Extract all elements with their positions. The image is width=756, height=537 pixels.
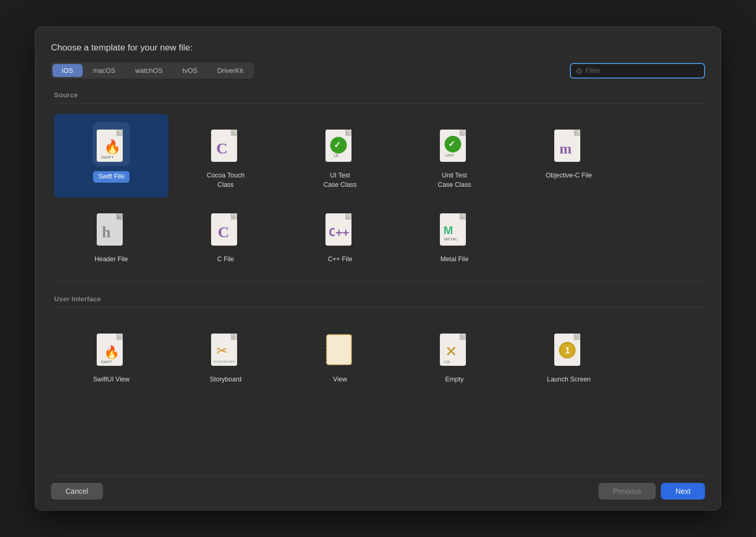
svg-text:M: M [444, 224, 453, 237]
item-ui-test-case-class[interactable]: ✓ UI UI TestCase Class [283, 114, 397, 198]
item-swift-file[interactable]: 🔥 SWIFT Swift File [54, 114, 168, 198]
tab-bar: iOS macOS watchOS tvOS DriverKit [51, 62, 254, 79]
item-c-file[interactable]: C C File [168, 198, 283, 273]
header-file-label: Header File [95, 255, 128, 264]
metal-file-icon: M METAL [436, 206, 473, 250]
svg-text:STORYBOARD: STORYBOARD [213, 360, 235, 363]
filter-box: ⊙ [570, 63, 705, 79]
next-button[interactable]: Next [661, 483, 705, 500]
source-section-header: Source [51, 86, 705, 104]
cancel-button[interactable]: Cancel [51, 483, 103, 500]
tab-tvos[interactable]: tvOS [173, 64, 207, 77]
filter-input[interactable] [585, 67, 699, 74]
swiftui-view-label: SwiftUI View [93, 375, 129, 385]
svg-text:C++: C++ [329, 226, 349, 239]
swift-file-icon: 🔥 SWIFT [93, 122, 130, 166]
cpp-file-label: C++ File [328, 255, 352, 264]
svg-text:h: h [102, 223, 111, 240]
objective-c-label: Objective-C File [546, 171, 592, 181]
svg-text:m: m [559, 140, 571, 157]
svg-text:✓: ✓ [334, 140, 341, 149]
cocoa-touch-class-label: Cocoa TouchClass [207, 171, 245, 189]
view-icon [321, 326, 359, 370]
storyboard-label: Storyboard [210, 375, 241, 385]
item-launch-screen[interactable]: 1 Launch Screen [512, 318, 626, 393]
tab-ios[interactable]: iOS [53, 64, 83, 77]
svg-text:C: C [216, 139, 228, 157]
svg-text:UNIT: UNIT [445, 153, 455, 158]
footer: Cancel Previous Next [51, 475, 705, 500]
previous-button[interactable]: Previous [598, 483, 656, 500]
svg-text:UI: UI [334, 153, 338, 158]
item-cpp-file[interactable]: C++ C++ File [283, 198, 397, 273]
c-file-icon: C [207, 206, 244, 250]
item-cocoa-touch-class[interactable]: C Cocoa TouchClass [168, 114, 283, 198]
ui-test-label: UI TestCase Class [323, 171, 357, 189]
svg-text:SWIFT: SWIFT [101, 360, 112, 364]
empty-label: Empty [445, 375, 463, 385]
user-interface-section-header: User Interface [51, 290, 705, 308]
svg-text:✕: ✕ [445, 343, 457, 360]
user-interface-items-grid: 🔥 SWIFT SwiftUI View ✂ STORYBOARD [51, 313, 705, 398]
item-unit-test-case-class[interactable]: ✓ UNIT Unit TestCase Class [397, 114, 512, 198]
launch-screen-label: Launch Screen [547, 375, 591, 385]
item-storyboard[interactable]: ✂ STORYBOARD Storyboard [168, 318, 283, 393]
unit-test-label: Unit TestCase Class [438, 171, 471, 189]
filter-icon: ⊙ [576, 67, 582, 75]
item-swiftui-view[interactable]: 🔥 SWIFT SwiftUI View [54, 318, 168, 393]
objective-c-icon: m [550, 122, 588, 166]
svg-text:1: 1 [565, 346, 570, 355]
header-file-icon: h [93, 206, 130, 250]
item-objective-c-file[interactable]: m Objective-C File [512, 114, 626, 198]
storyboard-icon: ✂ STORYBOARD [207, 326, 244, 370]
svg-text:🔥: 🔥 [104, 344, 120, 360]
svg-text:XIB: XIB [444, 360, 450, 364]
section-separator [51, 281, 705, 282]
view-label: View [333, 375, 347, 385]
svg-text:✓: ✓ [448, 139, 455, 148]
cocoa-touch-class-icon: C [207, 122, 244, 166]
new-file-dialog: Choose a template for your new file: iOS… [35, 27, 721, 510]
cpp-file-icon: C++ [321, 206, 359, 250]
item-metal-file[interactable]: M METAL Metal File [397, 198, 512, 273]
svg-text:METAL: METAL [444, 237, 458, 241]
svg-text:✂: ✂ [216, 343, 228, 359]
c-file-label: C File [217, 255, 234, 264]
unit-test-icon: ✓ UNIT [436, 122, 473, 166]
content-area: Source 🔥 SWIFT Swift File [51, 86, 705, 472]
tab-driverkit[interactable]: DriverKit [208, 64, 253, 77]
item-header-file[interactable]: h Header File [54, 198, 168, 273]
top-bar: iOS macOS watchOS tvOS DriverKit ⊙ [51, 62, 705, 79]
swift-file-label: Swift File [93, 171, 130, 183]
launch-screen-icon: 1 [550, 326, 588, 370]
metal-file-label: Metal File [440, 255, 468, 264]
empty-icon: ✕ XIB [436, 326, 473, 370]
svg-text:SWIFT: SWIFT [101, 155, 114, 160]
footer-right: Previous Next [598, 483, 705, 500]
svg-text:🔥: 🔥 [104, 138, 121, 155]
swiftui-view-icon: 🔥 SWIFT [93, 326, 130, 370]
source-items-grid: 🔥 SWIFT Swift File C Cocoa TouchClass [51, 109, 705, 278]
svg-text:C: C [218, 223, 229, 240]
item-empty[interactable]: ✕ XIB Empty [397, 318, 512, 393]
svg-rect-52 [327, 335, 351, 365]
tab-watchos[interactable]: watchOS [126, 64, 172, 77]
ui-test-icon: ✓ UI [321, 122, 359, 166]
item-view[interactable]: View [283, 318, 397, 393]
dialog-title: Choose a template for your new file: [51, 43, 705, 53]
tab-macos[interactable]: macOS [84, 64, 125, 77]
